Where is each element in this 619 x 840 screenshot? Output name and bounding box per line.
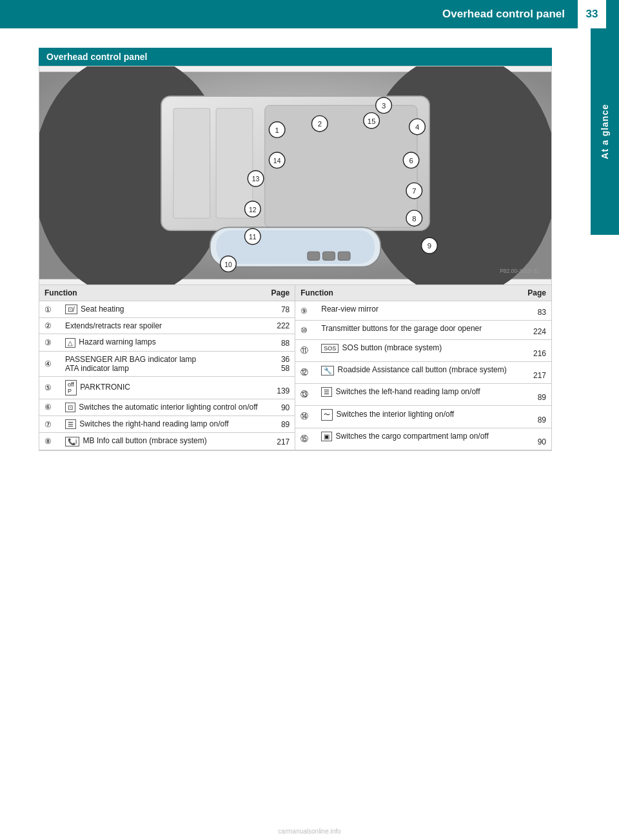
row-number: ⑩ <box>295 321 316 340</box>
row-page: 224 <box>519 321 551 340</box>
svg-rect-38 <box>323 252 335 260</box>
left-table: Function Page ① ⊡/ Seat heating 78 ② Ext… <box>39 285 295 450</box>
right-table-page-header: Page <box>519 285 551 301</box>
row-number: ⑥ <box>39 399 60 415</box>
diagram-svg: 1 2 3 4 15 14 13 6 <box>39 66 551 285</box>
row-function: ▣ Switches the cargo compartment lamp on… <box>316 428 519 450</box>
svg-rect-39 <box>338 252 350 260</box>
watermark: carmanualsonline.info <box>278 828 340 835</box>
table-row: ⑤ offP PARKTRONIC 139 <box>39 376 295 399</box>
row-page: 89 <box>263 415 295 432</box>
row-page: 83 <box>519 301 551 321</box>
row-page: 89 <box>519 383 551 405</box>
row-number: ① <box>39 301 60 318</box>
table-row: ④ PASSENGER AIR BAG indicator lampATA in… <box>39 351 295 376</box>
table-row: ① ⊡/ Seat heating 78 <box>39 301 295 318</box>
svg-text:14: 14 <box>273 157 281 165</box>
row-page: 88 <box>263 334 295 351</box>
svg-rect-37 <box>308 252 320 260</box>
table-row: ⑫ 🔧 Roadside Assistance call button (mbr… <box>295 362 551 384</box>
left-table-function-header: Function <box>39 285 263 301</box>
svg-text:1: 1 <box>275 126 279 134</box>
row-number: ⑪ <box>295 340 316 362</box>
table-row: ⑩ Transmitter buttons for the garage doo… <box>295 321 551 340</box>
side-tab-label: At a glance <box>600 104 610 159</box>
row-page: 222 <box>263 318 295 334</box>
page-number: 33 <box>578 0 606 28</box>
row-page: 90 <box>519 428 551 450</box>
row-function: SOS SOS button (mbrace system) <box>316 340 519 362</box>
table-row: ⑧ 📞i MB Info call button (mbrace system)… <box>39 433 295 450</box>
svg-text:2: 2 <box>318 120 322 128</box>
row-number: ⑭ <box>295 405 316 428</box>
row-function: Rear-view mirror <box>316 301 519 321</box>
row-number: ④ <box>39 351 60 376</box>
row-number: ⑧ <box>39 433 60 450</box>
row-page: 217 <box>263 433 295 450</box>
row-function: 〜 Switches the interior lighting on/off <box>316 405 519 428</box>
svg-rect-8 <box>216 230 375 264</box>
svg-rect-5 <box>216 108 253 218</box>
table-row: ③ △ Hazard warning lamps 88 <box>39 334 295 351</box>
row-page: 216 <box>519 340 551 362</box>
svg-text:P82.00-3015-31: P82.00-3015-31 <box>500 268 539 274</box>
svg-text:9: 9 <box>427 242 431 250</box>
diagram-container: 1 2 3 4 15 14 13 6 <box>39 66 552 285</box>
table-row: ⑭ 〜 Switches the interior lighting on/of… <box>295 405 551 428</box>
row-page: 90 <box>263 399 295 415</box>
svg-text:8: 8 <box>412 215 416 223</box>
row-number: ③ <box>39 334 60 351</box>
row-function: ⊡ Switches the automatic interior lighti… <box>60 399 263 415</box>
row-function: offP PARKTRONIC <box>60 376 263 399</box>
row-number: ⑫ <box>295 362 316 384</box>
table-row: ⑮ ▣ Switches the cargo compartment lamp … <box>295 428 551 450</box>
table-row: ⑨ Rear-view mirror 83 <box>295 301 551 321</box>
side-tab: At a glance <box>591 28 619 235</box>
row-number: ⑤ <box>39 376 60 399</box>
row-number: ⑦ <box>39 415 60 432</box>
section-header: Overhead control panel <box>39 48 552 66</box>
table-row: ② Extends/retracts rear spoiler 222 <box>39 318 295 334</box>
left-table-page-header: Page <box>263 285 295 301</box>
table-row: ⑥ ⊡ Switches the automatic interior ligh… <box>39 399 295 415</box>
row-function: ☰ Switches the left-hand reading lamp on… <box>316 383 519 405</box>
main-content: Overhead control panel <box>0 28 591 470</box>
row-function: PASSENGER AIR BAG indicator lampATA indi… <box>60 351 263 376</box>
row-number: ② <box>39 318 60 334</box>
table-row: ⑦ ☰ Switches the right-hand reading lamp… <box>39 415 295 432</box>
right-table: Function Page ⑨ Rear-view mirror 83 ⑩ Tr… <box>295 285 551 450</box>
right-table-function-header: Function <box>295 285 519 301</box>
row-function: ☰ Switches the right-hand reading lamp o… <box>60 415 263 432</box>
row-function: Transmitter buttons for the garage door … <box>316 321 519 340</box>
row-page: 89 <box>519 405 551 428</box>
svg-text:7: 7 <box>412 187 416 195</box>
svg-text:10: 10 <box>224 261 232 268</box>
row-page: 3658 <box>263 351 295 376</box>
row-page: 217 <box>519 362 551 384</box>
header-title: Overhead control panel <box>442 8 565 21</box>
row-function: △ Hazard warning lamps <box>60 334 263 351</box>
svg-rect-4 <box>173 108 210 218</box>
table-row: ⑪ SOS SOS button (mbrace system) 216 <box>295 340 551 362</box>
svg-rect-6 <box>265 105 417 227</box>
row-page: 78 <box>263 301 295 318</box>
row-function: 🔧 Roadside Assistance call button (mbrac… <box>316 362 519 384</box>
svg-text:3: 3 <box>382 102 386 110</box>
row-number: ⑮ <box>295 428 316 450</box>
table-row: ⑬ ☰ Switches the left-hand reading lamp … <box>295 383 551 405</box>
svg-text:6: 6 <box>409 157 413 165</box>
row-function: ⊡/ Seat heating <box>60 301 263 318</box>
row-number: ⑨ <box>295 301 316 321</box>
row-number: ⑬ <box>295 383 316 405</box>
svg-text:11: 11 <box>249 234 257 241</box>
row-function: Extends/retracts rear spoiler <box>60 318 263 334</box>
svg-text:4: 4 <box>415 123 419 131</box>
top-header: Overhead control panel 33 <box>0 0 619 28</box>
svg-text:15: 15 <box>368 117 376 125</box>
row-function: 📞i MB Info call button (mbrace system) <box>60 433 263 450</box>
row-page: 139 <box>263 376 295 399</box>
svg-text:13: 13 <box>252 175 260 183</box>
svg-text:12: 12 <box>249 206 257 214</box>
tables-container: Function Page ① ⊡/ Seat heating 78 ② Ext… <box>39 285 552 451</box>
